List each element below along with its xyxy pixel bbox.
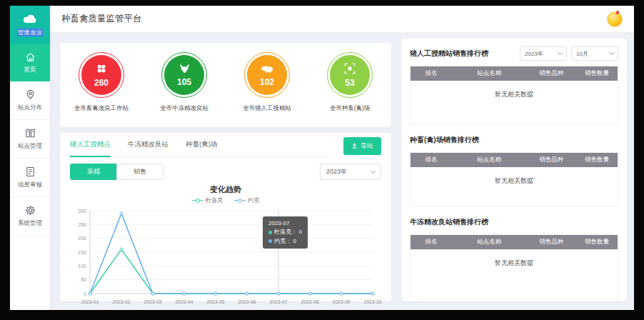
legend-item-duroc[interactable]: 杜洛克 xyxy=(192,196,223,204)
stat-label: 全市畜禽改良工作站 xyxy=(74,104,129,113)
chart-legend: 杜洛克 约克 xyxy=(60,196,391,204)
mode-toggle: 采精 销售 xyxy=(70,164,163,180)
stat-label: 全市猪人工授精站 xyxy=(243,104,291,113)
top-bar: 种畜禽质量监管平台 xyxy=(50,6,634,33)
chart-year-value: 2023年 xyxy=(326,167,347,176)
column-rank: 排名 xyxy=(411,238,452,246)
sidebar-item-label: 站点分布 xyxy=(18,104,42,112)
svg-text:150: 150 xyxy=(78,250,86,255)
svg-text:2023-09: 2023-09 xyxy=(333,299,351,304)
stats-card: 260 全市畜禽改良工作站 105 全市牛冻精改良站 102 全市猪人工授精站 … xyxy=(60,43,391,127)
column-site-name: 站点名称 xyxy=(452,238,526,246)
cloud-icon xyxy=(22,14,38,26)
stat-breeding-farms: 53 全市种畜(禽)场 xyxy=(308,52,391,113)
legend-marker xyxy=(192,198,203,203)
column-site-name: 站点名称 xyxy=(452,69,526,78)
stat-value: 53 xyxy=(345,78,354,88)
svg-text:2023-08: 2023-08 xyxy=(301,299,319,304)
svg-text:0: 0 xyxy=(84,291,86,296)
sidebar-item-home[interactable]: 首页 xyxy=(10,44,50,81)
svg-text:2023-06: 2023-06 xyxy=(238,299,256,304)
pig-icon xyxy=(261,64,274,76)
scan-target-icon xyxy=(344,63,356,77)
export-button[interactable]: 导出 xyxy=(343,137,381,155)
chevron-down-icon xyxy=(371,168,376,173)
stat-value: 105 xyxy=(177,77,191,87)
column-breed: 销售品种 xyxy=(526,69,576,78)
export-label: 导出 xyxy=(361,141,373,151)
svg-text:2023-01: 2023-01 xyxy=(81,299,99,304)
cattle-icon xyxy=(178,64,191,76)
column-breed: 销售品种 xyxy=(526,156,576,164)
svg-text:100: 100 xyxy=(78,264,86,269)
chart-title: 变化趋势 xyxy=(60,184,391,195)
chevron-down-icon xyxy=(609,50,614,55)
tab-breeding-farm[interactable]: 种畜(禽)场 xyxy=(186,140,217,156)
ranking-year-select[interactable]: 2023年 xyxy=(520,46,567,61)
svg-text:50: 50 xyxy=(81,277,86,282)
sidebar-item-label: 首页 xyxy=(24,66,36,74)
document-icon xyxy=(25,166,36,177)
empty-state-text: 暂无相关数据 xyxy=(411,167,618,206)
svg-text:2023-05: 2023-05 xyxy=(207,299,225,304)
logo-text: 智慧农业 xyxy=(17,29,43,36)
clover-icon xyxy=(96,63,107,77)
stat-label: 全市牛冻精改良站 xyxy=(160,104,208,113)
tab-cattle-semen[interactable]: 牛冻精改良站 xyxy=(128,140,168,156)
svg-text:2023-02: 2023-02 xyxy=(113,299,131,304)
svg-text:250: 250 xyxy=(78,222,86,227)
ranking-table: 排名 站点名称 销售品种 销售数量 暂无相关数据 xyxy=(410,66,618,124)
mode-collection-button[interactable]: 采精 xyxy=(70,164,117,180)
rankings-card: 猪人工授精站销售排行榜 2023年 10月 排名 站点名称 销售品种 销售数量 xyxy=(401,39,627,301)
app-logo: 智慧农业 xyxy=(10,6,50,44)
trend-chart-card: 猪人工授精点 牛冻精改良站 种畜(禽)场 导出 采精 销售 2023年 变化趋势 xyxy=(60,133,391,301)
chart-year-select[interactable]: 2023年 xyxy=(320,164,381,180)
line-chart-svg: 0501001502002503002023-012023-022023-032… xyxy=(67,205,384,309)
line-chart: 0501001502002503002023-012023-022023-032… xyxy=(67,205,384,310)
ranking-title: 牛冻精改良站销售排行榜 xyxy=(410,217,488,227)
app-root: 智慧农业 首页 站点分布 站点管理 信息审核 xyxy=(10,6,634,310)
column-site-name: 站点名称 xyxy=(452,156,526,164)
legend-item-york[interactable]: 约克 xyxy=(234,196,259,204)
tab-pig-insemination[interactable]: 猪人工授精点 xyxy=(70,140,111,157)
stat-value: 260 xyxy=(94,78,109,88)
stat-label: 全市种畜(禽)场 xyxy=(330,104,371,113)
stat-pig-insemination-stations: 102 全市猪人工授精站 xyxy=(226,52,308,113)
legend-marker xyxy=(234,198,246,203)
download-icon xyxy=(351,142,358,150)
books-icon xyxy=(25,128,36,139)
ranking-month-select[interactable]: 10月 xyxy=(571,46,618,61)
mode-sales-button[interactable]: 销售 xyxy=(116,164,163,180)
sidebar-item-site-management[interactable]: 站点管理 xyxy=(10,120,50,159)
home-icon xyxy=(25,52,36,62)
ranking-title: 种畜(禽)场销售排行榜 xyxy=(410,135,479,145)
empty-state-text: 暂无相关数据 xyxy=(411,249,618,301)
gear-icon xyxy=(25,205,36,216)
legend-label: 杜洛克 xyxy=(206,196,223,204)
svg-text:2023-07: 2023-07 xyxy=(270,299,288,304)
stat-value: 102 xyxy=(260,77,274,87)
chart-tabs: 猪人工授精点 牛冻精改良站 种畜(禽)场 xyxy=(70,140,330,157)
page-title: 种畜禽质量监管平台 xyxy=(61,13,142,25)
sidebar-item-label: 系统管理 xyxy=(18,219,42,228)
sidebar-item-label: 站点管理 xyxy=(18,142,42,151)
location-pin-icon xyxy=(25,89,36,100)
svg-text:2023-10: 2023-10 xyxy=(364,299,382,304)
chevron-down-icon xyxy=(558,50,563,55)
svg-text:200: 200 xyxy=(78,236,86,241)
sidebar-item-site-distribution[interactable]: 站点分布 xyxy=(10,81,50,120)
ranking-section-breeding-farm: 种畜(禽)场销售排行榜 排名 站点名称 销售品种 销售数量 暂无相关数据 xyxy=(410,132,618,206)
svg-text:2023-04: 2023-04 xyxy=(176,299,193,304)
empty-state-text: 暂无相关数据 xyxy=(411,81,618,124)
sidebar-item-info-review[interactable]: 信息审核 xyxy=(10,159,50,197)
ranking-table-header: 排名 站点名称 销售品种 销售数量 xyxy=(411,153,618,167)
sidebar-item-system-management[interactable]: 系统管理 xyxy=(10,197,50,236)
svg-text:300: 300 xyxy=(78,209,86,214)
column-quantity: 销售数量 xyxy=(576,156,618,164)
ranking-table: 排名 站点名称 销售品种 销售数量 暂无相关数据 xyxy=(410,152,618,206)
user-avatar[interactable] xyxy=(607,11,623,27)
column-rank: 排名 xyxy=(411,156,452,164)
sidebar: 智慧农业 首页 站点分布 站点管理 信息审核 xyxy=(10,6,50,310)
legend-label: 约克 xyxy=(248,196,259,204)
column-quantity: 销售数量 xyxy=(576,238,618,246)
